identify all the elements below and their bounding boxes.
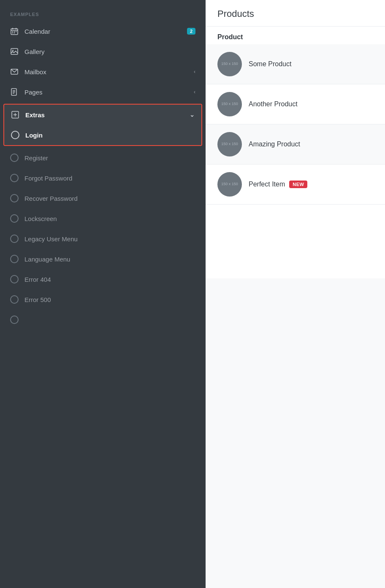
sidebar-item-mailbox[interactable]: Mailbox ‹: [0, 62, 206, 82]
sidebar-item-lockscreen[interactable]: Lockscreen: [0, 208, 206, 229]
lockscreen-radio-icon: [10, 214, 19, 223]
language-menu-label: Language Menu: [24, 256, 70, 263]
product-thumbnail-3: 150 x 150: [217, 132, 242, 156]
product-name-4: Perfect Item NEW: [249, 181, 307, 188]
sidebar-item-gallery[interactable]: Gallery: [0, 41, 206, 62]
product-row-2[interactable]: 150 x 150 Another Product: [206, 84, 385, 124]
mailbox-icon: [10, 67, 19, 76]
sidebar: EXAMPLES Calendar 2: [0, 0, 206, 588]
sidebar-item-more[interactable]: [0, 310, 206, 330]
svg-rect-9: [11, 49, 18, 54]
sidebar-item-gallery-label: Gallery: [24, 48, 45, 55]
extras-group: Extras ⌄ Login: [3, 104, 202, 146]
extras-label: Extras: [25, 111, 45, 119]
product-row-3[interactable]: 150 x 150 Amazing Product: [206, 124, 385, 165]
sidebar-item-calendar-label: Calendar: [24, 28, 50, 35]
register-label: Register: [24, 154, 48, 162]
svg-rect-4: [12, 31, 13, 32]
product-row-4[interactable]: 150 x 150 Perfect Item NEW: [206, 165, 385, 205]
product-thumbnail-2: 150 x 150: [217, 92, 242, 116]
login-radio-icon: [11, 131, 19, 139]
product-thumbnail-4: 150 x 150: [217, 172, 242, 197]
recover-password-label: Recover Password: [24, 195, 78, 202]
svg-rect-6: [16, 31, 16, 32]
mailbox-chevron: ‹: [194, 69, 195, 75]
pages-chevron: ‹: [194, 89, 195, 95]
forgot-password-label: Forgot Password: [24, 175, 72, 182]
sidebar-section-label: EXAMPLES: [0, 0, 206, 21]
sidebar-item-recover-password[interactable]: Recover Password: [0, 188, 206, 208]
sidebar-item-pages[interactable]: Pages ‹: [0, 82, 206, 102]
main-panel: Products Product 150 x 150 Some Product …: [206, 0, 385, 588]
recover-password-radio-icon: [10, 194, 19, 202]
calendar-badge: 2: [187, 28, 195, 35]
register-radio-icon: [10, 154, 19, 162]
extras-header[interactable]: Extras ⌄: [4, 105, 201, 125]
product-row-1[interactable]: 150 x 150 Some Product: [206, 44, 385, 84]
new-badge: NEW: [289, 181, 307, 188]
product-thumbnail-1: 150 x 150: [217, 52, 242, 76]
sidebar-item-legacy-user-menu[interactable]: Legacy User Menu: [0, 229, 206, 249]
sidebar-item-register[interactable]: Register: [0, 148, 206, 168]
svg-rect-7: [12, 32, 13, 33]
error-500-radio-icon: [10, 295, 19, 304]
sidebar-item-error-404[interactable]: Error 404: [0, 269, 206, 289]
forgot-password-radio-icon: [10, 174, 19, 182]
sidebar-item-pages-label: Pages: [24, 89, 43, 96]
page-header: Products: [206, 0, 385, 27]
sidebar-item-calendar[interactable]: Calendar 2: [0, 21, 206, 41]
product-name-2: Another Product: [249, 100, 298, 108]
sidebar-item-forgot-password[interactable]: Forgot Password: [0, 168, 206, 188]
product-name-1: Some Product: [249, 60, 291, 68]
page-title: Products: [217, 8, 373, 19]
product-name-3: Amazing Product: [249, 140, 300, 148]
language-menu-radio-icon: [10, 255, 19, 263]
gallery-icon: [10, 47, 19, 56]
products-column-header: Product: [217, 33, 373, 41]
login-label: Login: [25, 132, 43, 139]
sidebar-item-language-menu[interactable]: Language Menu: [0, 249, 206, 269]
sidebar-item-error-500[interactable]: Error 500: [0, 289, 206, 310]
error-404-label: Error 404: [24, 276, 51, 283]
calendar-icon: [10, 27, 19, 35]
extras-chevron-icon: ⌄: [190, 111, 195, 118]
svg-rect-5: [14, 31, 15, 32]
more-radio-icon: [10, 316, 19, 324]
sidebar-item-login[interactable]: Login: [4, 125, 201, 145]
sidebar-item-mailbox-label: Mailbox: [24, 68, 46, 76]
products-section-title: Product: [206, 27, 385, 44]
legacy-user-menu-label: Legacy User Menu: [24, 235, 78, 243]
products-panel: Products Product 150 x 150 Some Product …: [206, 0, 385, 278]
plus-box-icon: [11, 111, 19, 119]
svg-rect-8: [14, 32, 15, 33]
lockscreen-label: Lockscreen: [24, 215, 57, 222]
pages-icon: [10, 88, 19, 96]
error-404-radio-icon: [10, 275, 19, 283]
legacy-user-menu-radio-icon: [10, 235, 19, 243]
svg-point-10: [12, 50, 14, 51]
error-500-label: Error 500: [24, 296, 51, 303]
